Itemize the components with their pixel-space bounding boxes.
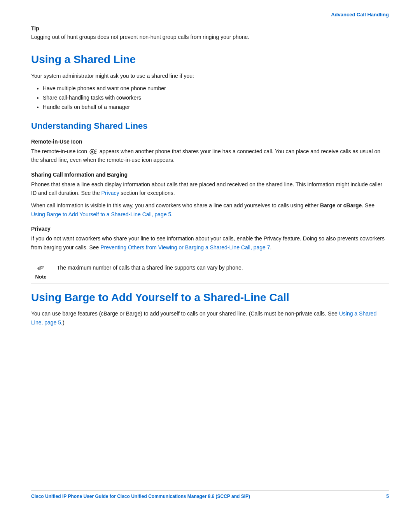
- list-item: Share call-handling tasks with coworkers: [43, 93, 389, 103]
- footer-left-text: Cisco Unified IP Phone User Guide for Ci…: [31, 494, 250, 499]
- note-label: Note: [35, 274, 47, 280]
- section-barge: Using Barge to Add Yourself to a Shared-…: [31, 291, 389, 327]
- page-container: Advanced Call Handling Tip Logging out o…: [0, 0, 420, 510]
- subsection-remote-in-use-title: Remote-in-Use Icon: [31, 138, 389, 145]
- tip-label: Tip: [31, 25, 389, 32]
- barge-link[interactable]: Using Barge to Add Yourself to a Shared-…: [31, 211, 171, 217]
- list-item: Handle calls on behalf of a manager: [43, 103, 389, 112]
- section1-bullets: Have multiple phones and want one phone …: [43, 84, 389, 112]
- note-box: ✏ Note The maximum number of calls that …: [31, 259, 389, 284]
- section1-title: Using a Shared Line: [31, 53, 389, 66]
- svg-line-4: [94, 153, 96, 154]
- section-understanding-shared-lines: Understanding Shared Lines Remote-in-Use…: [31, 121, 389, 284]
- tip-text: Logging out of hunt groups does not prev…: [31, 33, 389, 41]
- section-using-shared-line: Using a Shared Line Your system administ…: [31, 53, 389, 112]
- footer-page-number: 5: [386, 494, 389, 499]
- pencil-icon: ✏: [36, 262, 46, 274]
- privacy-para: If you do not want coworkers who share y…: [31, 234, 389, 252]
- note-text: The maximum number of calls that a share…: [57, 263, 243, 272]
- privacy-link[interactable]: Privacy: [102, 190, 119, 196]
- section2-title: Understanding Shared Lines: [31, 121, 389, 131]
- section3-para: You can use barge features (cBarge or Ba…: [31, 309, 389, 327]
- list-item: Have multiple phones and want one phone …: [43, 84, 389, 93]
- remote-in-use-icon: [89, 149, 97, 155]
- shared-line-link[interactable]: Using a Shared Line, page 5: [31, 310, 376, 325]
- subsection-privacy-title: Privacy: [31, 226, 389, 232]
- section3-title: Using Barge to Add Yourself to a Shared-…: [31, 291, 389, 304]
- remote-in-use-para: The remote-in-use icon appears when anot…: [31, 147, 389, 165]
- footer: Cisco Unified IP Phone User Guide for Ci…: [31, 490, 389, 499]
- header-right: Advanced Call Handling: [31, 12, 389, 18]
- note-icon-area: ✏ Note: [31, 263, 51, 280]
- section1-intro: Your system administrator might ask you …: [31, 72, 389, 80]
- svg-point-1: [91, 151, 93, 152]
- svg-line-2: [94, 150, 96, 151]
- header-title: Advanced Call Handling: [331, 12, 389, 18]
- preventing-link[interactable]: Preventing Others from Viewing or Bargin…: [100, 244, 270, 251]
- subsection-sharing-title: Sharing Call Information and Barging: [31, 172, 389, 178]
- sharing-para2: When call information is visible in this…: [31, 201, 389, 219]
- tip-section: Tip Logging out of hunt groups does not …: [31, 25, 389, 41]
- sharing-para1: Phones that share a line each display in…: [31, 180, 389, 198]
